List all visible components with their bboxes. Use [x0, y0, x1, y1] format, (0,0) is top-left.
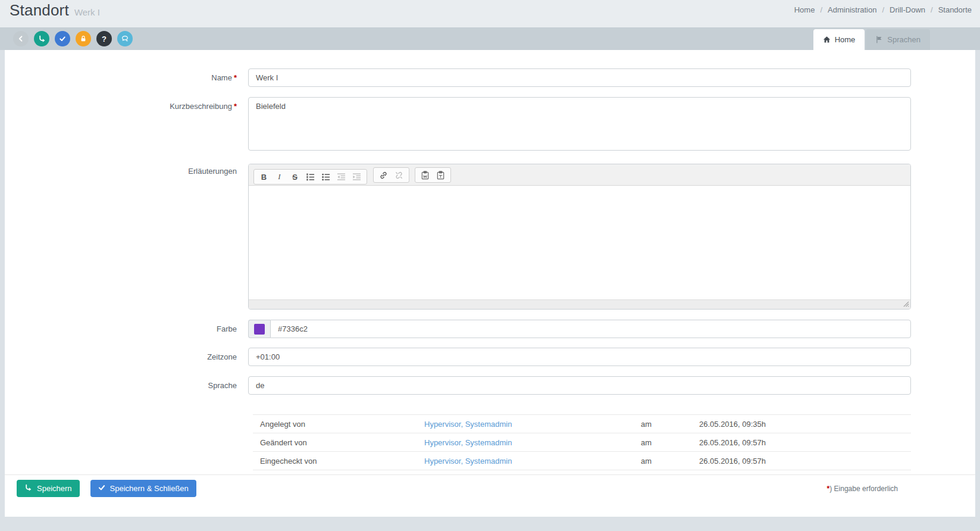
speech-bubbles-icon: [121, 35, 129, 43]
save-arrow-icon: [24, 484, 32, 493]
audit-datetime: 26.05.2016, 09:35h: [699, 420, 911, 429]
rich-text-editor: B I S: [248, 164, 911, 310]
home-icon: [823, 36, 831, 43]
breadcrumb: Home / Administration / Drill-Down / Sta…: [794, 5, 972, 14]
speichern-label: Speichern: [37, 484, 72, 493]
kurzbeschreibung-field[interactable]: Bielefeld: [248, 97, 911, 151]
breadcrumb-standorte[interactable]: Standorte: [938, 5, 972, 14]
save-button-toolbar[interactable]: [34, 31, 49, 46]
sprache-label: Sprache: [5, 376, 248, 390]
italic-button[interactable]: I: [274, 172, 284, 182]
form-row-kurzbeschreibung: Kurzbeschreibung* Bielefeld: [5, 97, 975, 152]
unlock-icon: [80, 35, 87, 42]
unlock-button[interactable]: [76, 31, 91, 46]
paste-text-button[interactable]: [436, 170, 446, 180]
audit-label: Eingecheckt von: [260, 457, 424, 466]
audit-label: Angelegt von: [260, 420, 424, 429]
tab-bar: Home Sprachen: [813, 29, 930, 50]
chevron-left-icon: [17, 35, 24, 42]
zeitzone-label: Zeitzone: [5, 348, 248, 361]
breadcrumb-separator: /: [931, 5, 933, 14]
breadcrumb-separator: /: [820, 5, 822, 14]
name-label: Name*: [5, 68, 248, 82]
audit-datetime: 26.05.2016, 09:57h: [699, 457, 911, 466]
outdent-button[interactable]: [336, 172, 346, 182]
check-icon: [98, 484, 105, 493]
save-arrow-icon: [38, 35, 46, 43]
breadcrumb-administration[interactable]: Administration: [828, 5, 876, 14]
erlaeuterungen-field[interactable]: [249, 186, 910, 299]
color-picker-addon[interactable]: [248, 320, 270, 338]
page-subtitle: Werk I: [74, 7, 100, 17]
standort-form: Name* Kurzbeschreibung* Bielefeld Erläut…: [5, 50, 975, 470]
audit-preposition: am: [641, 420, 699, 429]
rte-toolbar: B I S: [249, 164, 910, 186]
sprache-field[interactable]: [248, 376, 911, 395]
title-line: Standort Werk I: [10, 1, 100, 20]
audit-datetime: 26.05.2016, 09:57h: [699, 438, 911, 447]
paste-from-word-button[interactable]: [420, 170, 430, 180]
rte-footer: [249, 299, 910, 309]
breadcrumb-home[interactable]: Home: [794, 5, 815, 14]
form-row-erlaeuterungen: Erläuterungen B I S: [5, 164, 975, 310]
speichern-button[interactable]: Speichern: [17, 480, 80, 497]
required-marker: *: [234, 102, 237, 111]
audit-user-link[interactable]: Hypervisor, Systemadmin: [424, 438, 641, 447]
resize-handle-icon[interactable]: [903, 300, 909, 309]
approve-button[interactable]: [55, 31, 70, 46]
required-note: *) Eingabe erforderlich: [827, 485, 898, 493]
zeitzone-field[interactable]: [248, 348, 911, 366]
tab-home-label: Home: [835, 35, 856, 44]
kurzbeschreibung-label: Kurzbeschreibung*: [5, 97, 248, 111]
required-marker: *: [234, 73, 237, 82]
breadcrumb-separator: /: [882, 5, 884, 14]
audit-preposition: am: [641, 457, 699, 466]
tab-sprachen[interactable]: Sprachen: [866, 29, 930, 50]
unordered-list-button[interactable]: [321, 172, 331, 182]
question-icon: ?: [102, 35, 107, 43]
content-panel: Name* Kurzbeschreibung* Bielefeld Erläut…: [5, 50, 975, 517]
form-row-sprache: Sprache: [5, 376, 975, 395]
page-title: Standort: [10, 1, 69, 20]
farbe-label: Farbe: [5, 320, 248, 333]
indent-button[interactable]: [352, 172, 362, 182]
farbe-field[interactable]: [270, 320, 911, 338]
toolbar-strip: ? Home Sprachen: [0, 27, 980, 50]
bold-button[interactable]: B: [259, 172, 269, 182]
breadcrumb-drill-down[interactable]: Drill-Down: [890, 5, 925, 14]
audit-row-geaendert: Geändert von Hypervisor, Systemadmin am …: [253, 433, 911, 452]
action-toolbar: ?: [13, 31, 133, 46]
strikethrough-button[interactable]: S: [290, 172, 300, 182]
audit-table: Angelegt von Hypervisor, Systemadmin am …: [253, 414, 911, 470]
erlaeuterungen-label: Erläuterungen: [5, 164, 248, 176]
audit-row-angelegt: Angelegt von Hypervisor, Systemadmin am …: [253, 415, 911, 433]
audit-row-eingecheckt: Eingecheckt von Hypervisor, Systemadmin …: [253, 452, 911, 470]
speichern-schliessen-button[interactable]: Speichern & Schließen: [90, 480, 196, 497]
audit-label: Geändert von: [260, 438, 424, 447]
speichern-schliessen-label: Speichern & Schließen: [110, 484, 189, 493]
color-input-group: [248, 320, 911, 338]
help-button[interactable]: ?: [96, 31, 112, 46]
back-button[interactable]: [13, 31, 29, 46]
check-icon: [59, 35, 66, 42]
app-header: Standort Werk I Home / Administration / …: [0, 0, 980, 27]
tab-home[interactable]: Home: [813, 29, 865, 50]
languages-icon: [875, 36, 883, 43]
form-row-name: Name*: [5, 68, 975, 87]
form-row-farbe: Farbe: [5, 320, 975, 338]
form-row-zeitzone: Zeitzone: [5, 348, 975, 366]
unlink-button[interactable]: [394, 170, 404, 180]
tab-sprachen-label: Sprachen: [887, 35, 920, 44]
color-swatch[interactable]: [254, 324, 265, 335]
audit-user-link[interactable]: Hypervisor, Systemadmin: [424, 420, 641, 429]
comments-button[interactable]: [117, 31, 133, 46]
audit-user-link[interactable]: Hypervisor, Systemadmin: [424, 457, 641, 466]
panel-footer: Speichern Speichern & Schließen *) Einga…: [5, 474, 975, 517]
ordered-list-button[interactable]: [305, 172, 315, 182]
audit-preposition: am: [641, 438, 699, 447]
name-field[interactable]: [248, 68, 911, 87]
link-button[interactable]: [378, 170, 389, 180]
